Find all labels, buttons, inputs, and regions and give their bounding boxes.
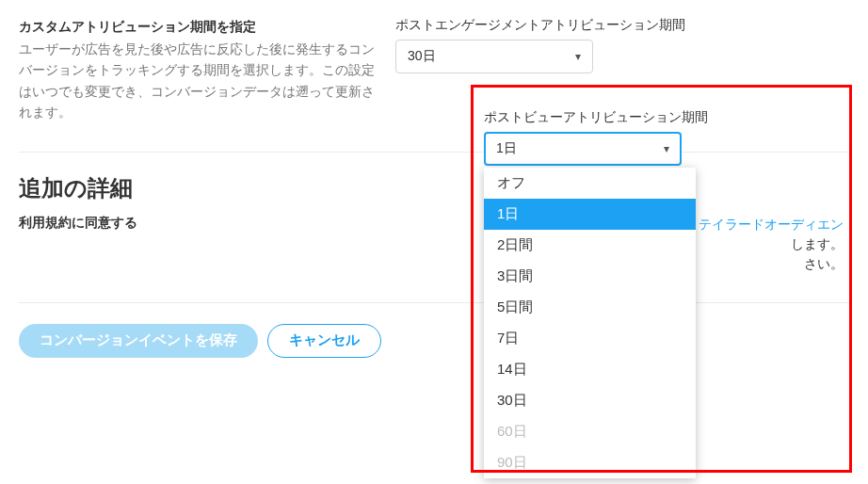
dropdown-option[interactable]: 1日 (484, 199, 696, 230)
dropdown-option[interactable]: 5日間 (484, 292, 696, 323)
post-engagement-label: ポストエンゲージメントアトリビューション期間 (395, 17, 849, 34)
chevron-down-icon: ▾ (575, 50, 581, 63)
post-view-label: ポストビューアトリビューション期間 (484, 109, 839, 126)
chevron-down-icon: ▾ (664, 142, 669, 155)
dropdown-option[interactable]: 2日間 (484, 230, 696, 261)
dropdown-option[interactable]: 3日間 (484, 261, 696, 292)
cancel-button[interactable]: キャンセル (267, 324, 381, 358)
custom-attribution-description: ユーザーが広告を見た後や広告に反応した後に発生するコンバージョンをトラッキングす… (19, 39, 377, 123)
agree-terms-label: 利用規約に同意する (19, 215, 377, 232)
custom-attribution-heading: カスタムアトリビューション期間を指定 (19, 17, 377, 37)
dropdown-option[interactable]: 14日 (484, 354, 696, 385)
post-engagement-selected-value: 30日 (408, 48, 436, 65)
dropdown-option[interactable]: 30日 (484, 385, 696, 416)
dropdown-option: 60日 (484, 416, 696, 447)
post-engagement-select[interactable]: 30日 ▾ (395, 40, 593, 73)
dropdown-option[interactable]: オフ (484, 168, 696, 199)
dropdown-option[interactable]: 7日 (484, 323, 696, 354)
post-view-dropdown-list: オフ1日2日間3日間5日間7日14日30日60日90日 (484, 168, 696, 478)
dropdown-option: 90日 (484, 447, 696, 478)
post-view-section-highlight: ポストビューアトリビューション期間 1日 ▾ オフ1日2日間3日間5日間7日14… (471, 85, 852, 473)
post-view-selected-value: 1日 (496, 140, 517, 157)
save-conversion-event-button[interactable]: コンバージョンイベントを保存 (19, 324, 258, 358)
post-view-select[interactable]: 1日 ▾ (484, 132, 682, 166)
